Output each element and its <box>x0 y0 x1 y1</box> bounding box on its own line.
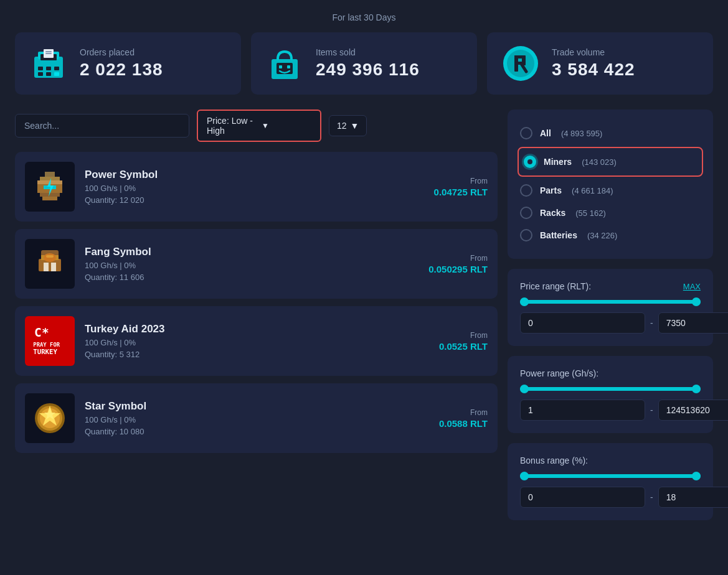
category-option-parts[interactable]: Parts (4 661 184) <box>520 179 701 202</box>
search-input[interactable] <box>15 114 189 138</box>
item-specs-power-symbol: 100 Gh/s | 0% <box>85 184 424 193</box>
power-range-slider[interactable] <box>520 387 701 391</box>
item-info-power-symbol: Power Symbol 100 Gh/s | 0% Quantity: 12 … <box>85 169 424 205</box>
power-range-header: Power range (Gh/s): <box>520 368 701 378</box>
bonus-range-slider[interactable] <box>520 474 701 478</box>
price-range-slider[interactable] <box>520 300 701 304</box>
category-section: All (4 893 595) Miners (143 023) Parts (… <box>508 110 713 259</box>
orders-value: 2 022 138 <box>80 60 163 80</box>
item-thumbnail-turkey-aid: C* PRAY FOR TURKEY <box>25 316 75 366</box>
item-price-area-star-symbol: From 0.0588 RLT <box>439 408 488 429</box>
bonus-slider-thumb-left[interactable] <box>520 472 529 480</box>
svg-rect-35 <box>51 263 56 271</box>
bonus-max-input[interactable] <box>658 487 728 508</box>
price-range-max-link[interactable]: MAX <box>683 282 701 291</box>
item-name-turkey-aid: Turkey Aid 2023 <box>85 323 429 335</box>
radio-racks[interactable] <box>520 207 532 219</box>
radio-parts[interactable] <box>520 184 532 197</box>
sort-dropdown[interactable]: Price: Low - High ▼ <box>197 110 321 142</box>
orders-label: Orders placed <box>80 47 163 57</box>
category-option-racks[interactable]: Racks (55 162) <box>520 202 701 224</box>
item-specs-fang-symbol: 100 Gh/s | 0% <box>85 261 418 270</box>
volume-icon <box>501 44 541 83</box>
chevron-down-icon: ▼ <box>262 121 311 130</box>
bonus-range-dash: - <box>650 492 653 502</box>
item-price-area-power-symbol: From 0.04725 RLT <box>434 177 488 197</box>
item-name-fang-symbol: Fang Symbol <box>85 246 418 258</box>
power-slider-thumb-right[interactable] <box>692 385 701 393</box>
svg-rect-15 <box>287 65 290 68</box>
svg-rect-39 <box>46 255 54 258</box>
orders-stat-card: Orders placed 2 022 138 <box>15 32 241 95</box>
item-price-turkey-aid: 0.0525 RLT <box>439 341 488 352</box>
item-qty-star-symbol: Quantity: 10 080 <box>85 427 429 436</box>
radio-miners[interactable] <box>524 156 536 168</box>
item-specs-turkey-aid: 100 Gh/s | 0% <box>85 338 429 347</box>
price-min-input[interactable] <box>520 312 645 334</box>
item-card-turkey-aid[interactable]: C* PRAY FOR TURKEY Turkey Aid 2023 100 G… <box>15 306 498 376</box>
svg-rect-4 <box>46 67 51 70</box>
item-card-fang-symbol[interactable]: Fang Symbol 100 Gh/s | 0% Quantity: 11 6… <box>15 229 498 299</box>
category-name-parts: Parts <box>540 185 562 195</box>
item-list: Power Symbol 100 Gh/s | 0% Quantity: 12 … <box>15 152 498 453</box>
price-range-section: Price range (RLT): MAX - OK <box>508 269 713 346</box>
category-option-batteries[interactable]: Batteries (34 226) <box>520 224 701 246</box>
price-max-input[interactable] <box>658 312 728 334</box>
bonus-min-input[interactable] <box>520 487 645 508</box>
category-count-parts: (4 661 184) <box>572 186 613 195</box>
orders-icon <box>29 44 69 83</box>
power-max-input[interactable] <box>658 400 728 421</box>
svg-rect-6 <box>38 72 43 76</box>
category-name-all: All <box>540 128 551 138</box>
item-price-area-turkey-aid: From 0.0525 RLT <box>439 331 488 352</box>
bonus-range-title: Bonus range (%): <box>520 456 588 465</box>
category-option-miners[interactable]: Miners (143 023) <box>524 151 697 173</box>
item-card-star-symbol[interactable]: Star Symbol 100 Gh/s | 0% Quantity: 10 0… <box>15 383 498 453</box>
price-slider-thumb-left[interactable] <box>520 297 529 306</box>
items-label: Items sold <box>316 47 420 57</box>
item-thumbnail-fang-symbol <box>25 239 75 289</box>
item-qty-turkey-aid: Quantity: 5 312 <box>85 350 429 359</box>
item-info-turkey-aid: Turkey Aid 2023 100 Gh/s | 0% Quantity: … <box>85 323 429 359</box>
svg-text:TURKEY: TURKEY <box>33 348 57 356</box>
item-name-power-symbol: Power Symbol <box>85 169 424 181</box>
item-price-fang-symbol: 0.050295 RLT <box>428 264 488 274</box>
svg-rect-10 <box>45 51 52 52</box>
svg-rect-11 <box>45 53 52 54</box>
power-range-title: Power range (Gh/s): <box>520 368 598 378</box>
radio-all[interactable] <box>520 127 532 139</box>
svg-rect-14 <box>279 65 282 68</box>
price-slider-thumb-right[interactable] <box>692 297 701 306</box>
item-qty-power-symbol: Quantity: 12 020 <box>85 195 424 205</box>
price-range-header: Price range (RLT): MAX <box>520 281 701 291</box>
power-range-inputs: - OK <box>520 400 701 421</box>
category-count-miners: (143 023) <box>582 157 617 167</box>
power-min-input[interactable] <box>520 400 645 421</box>
category-count-racks: (55 162) <box>575 208 605 218</box>
per-page-dropdown[interactable]: 12 ▼ <box>329 115 367 136</box>
bonus-slider-thumb-right[interactable] <box>692 472 701 480</box>
bonus-range-header: Bonus range (%): <box>520 456 701 465</box>
from-label-turkey-aid: From <box>439 331 488 340</box>
power-slider-thumb-left[interactable] <box>520 385 529 393</box>
items-stat-card: Items sold 249 396 116 <box>251 32 477 95</box>
radio-batteries[interactable] <box>520 229 532 241</box>
item-price-star-symbol: 0.0588 RLT <box>439 418 488 429</box>
item-thumbnail-star-symbol <box>25 393 75 443</box>
items-icon <box>265 44 305 83</box>
stats-row: Orders placed 2 022 138 <box>15 32 713 95</box>
item-card-power-symbol[interactable]: Power Symbol 100 Gh/s | 0% Quantity: 12 … <box>15 152 498 222</box>
volume-stat-card: Trade volume 3 584 422 <box>487 32 713 95</box>
price-range-title: Price range (RLT): <box>520 281 591 291</box>
category-option-all[interactable]: All (4 893 595) <box>520 122 701 144</box>
main-layout: Price: Low - High ▼ 12 ▼ <box>15 110 713 530</box>
item-specs-star-symbol: 100 Gh/s | 0% <box>85 415 429 424</box>
category-name-racks: Racks <box>540 208 565 218</box>
item-price-area-fang-symbol: From 0.050295 RLT <box>428 254 488 274</box>
svg-rect-7 <box>46 72 51 76</box>
per-page-chevron-icon: ▼ <box>351 121 359 131</box>
svg-rect-34 <box>44 263 49 271</box>
from-label-fang-symbol: From <box>428 254 488 263</box>
filter-row: Price: Low - High ▼ 12 ▼ <box>15 110 498 142</box>
category-name-miners: Miners <box>544 157 572 167</box>
